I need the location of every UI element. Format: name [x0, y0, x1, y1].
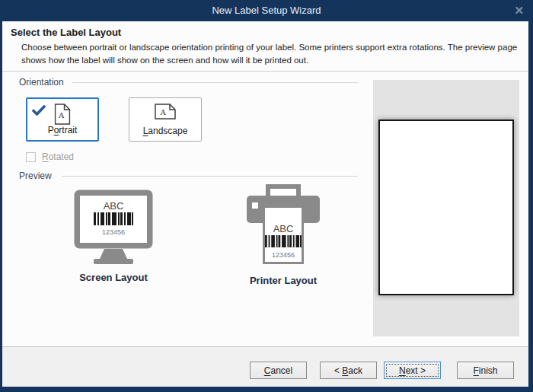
screen-layout-preview: ABC 123456 Screen Layout: [48, 189, 179, 283]
cancel-button[interactable]: Cancel: [250, 362, 307, 379]
svg-text:123456: 123456: [272, 251, 295, 259]
titlebar: New Label Setup Wizard ✕: [0, 0, 533, 21]
label-page-preview: [378, 120, 514, 295]
window-title: New Label Setup Wizard: [0, 0, 533, 21]
page-preview-pane: [373, 80, 519, 336]
portrait-option-button[interactable]: A Portrait: [26, 97, 99, 142]
rotated-checkbox[interactable]: Rotated: [26, 151, 74, 162]
portrait-page-icon: A: [55, 104, 71, 125]
monitor-icon: ABC 123456: [73, 189, 154, 265]
preview-group-label: Preview: [19, 171, 52, 181]
finish-button[interactable]: Finish: [457, 362, 514, 379]
svg-text:A: A: [159, 108, 166, 116]
svg-text:123456: 123456: [102, 228, 125, 236]
dialog-body: Select the Label Layout Choose between p…: [2, 21, 528, 387]
printer-layout-preview: ABC 123456 Printer Layout: [219, 184, 348, 286]
preview-group-line: [62, 176, 358, 177]
landscape-option-button[interactable]: A Landscape: [129, 97, 202, 142]
rotated-label: Rotated: [42, 151, 74, 162]
page-description: Choose between portrait or landscape ori…: [21, 41, 521, 67]
svg-text:A: A: [58, 111, 65, 120]
printer-icon: ABC 123456: [247, 184, 320, 268]
svg-text:ABC: ABC: [104, 200, 124, 212]
landscape-page-icon: A: [155, 104, 176, 120]
portrait-label: Portrait: [27, 125, 97, 135]
printer-layout-caption: Printer Layout: [219, 275, 348, 286]
button-bar: Cancel < Back Next > Finish: [2, 346, 528, 387]
page-title: Select the Label Layout: [11, 27, 121, 38]
orientation-group-line: [72, 82, 358, 83]
close-icon[interactable]: ✕: [514, 0, 524, 21]
checkmark-icon: [32, 105, 46, 116]
screen-layout-caption: Screen Layout: [48, 272, 179, 283]
new-label-setup-wizard-dialog: New Label Setup Wizard ✕ Select the Labe…: [0, 0, 533, 392]
wizard-header: Select the Label Layout Choose between p…: [2, 21, 528, 72]
svg-text:ABC: ABC: [273, 223, 294, 234]
landscape-label: Landscape: [129, 126, 201, 136]
checkbox-box[interactable]: [26, 152, 36, 162]
next-button[interactable]: Next >: [384, 362, 441, 379]
back-button[interactable]: < Back: [320, 362, 377, 379]
orientation-group-label: Orientation: [19, 77, 64, 88]
